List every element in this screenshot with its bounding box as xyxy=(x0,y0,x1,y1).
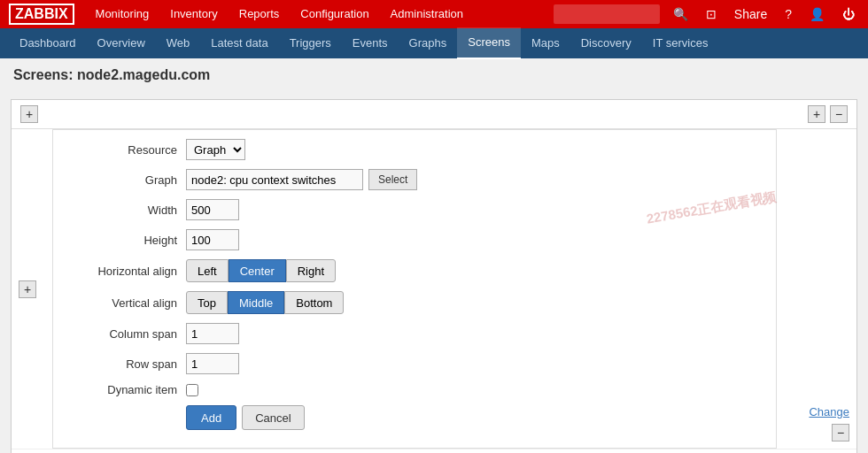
nav-inventory[interactable]: Inventory xyxy=(159,0,228,28)
top-navbar: ZABBIX Monitoring Inventory Reports Conf… xyxy=(0,0,868,28)
nav-reports[interactable]: Reports xyxy=(229,0,291,28)
graph-label: Graph xyxy=(71,173,186,187)
main-content: + + − + Resource Graph xyxy=(0,92,868,453)
action-buttons-row: Add Cancel xyxy=(71,405,758,430)
share-icon[interactable]: ⊡ xyxy=(701,7,721,21)
tab-latest-data[interactable]: Latest data xyxy=(200,28,278,58)
graph-control: Select xyxy=(186,169,417,190)
height-row: Height xyxy=(71,229,758,250)
cancel-button[interactable]: Cancel xyxy=(242,405,304,430)
graph-row: Graph Select xyxy=(71,169,758,190)
search-input[interactable] xyxy=(554,4,660,24)
tab-overview[interactable]: Overview xyxy=(87,28,156,58)
zabbix-logo: ZABBIX xyxy=(9,4,74,25)
power-icon[interactable]: ⏻ xyxy=(838,7,859,21)
valign-bottom-button[interactable]: Bottom xyxy=(284,291,344,314)
share-label[interactable]: Share xyxy=(730,7,771,21)
tab-graphs[interactable]: Graphs xyxy=(399,28,458,58)
add-col-top-center-button[interactable]: + xyxy=(20,105,38,123)
select-button[interactable]: Select xyxy=(368,169,417,190)
form-panel: Resource Graph Graph Select xyxy=(52,129,777,449)
dynamic-row: Dynamic item xyxy=(71,383,758,396)
halign-label: Horizontal align xyxy=(71,265,186,278)
help-icon[interactable]: ? xyxy=(780,7,796,21)
action-buttons: Add Cancel xyxy=(186,405,305,430)
halign-right-button[interactable]: Right xyxy=(286,259,336,282)
page-title: Screens: node2.magedu.com xyxy=(0,58,868,92)
dynamic-control xyxy=(186,384,198,396)
width-row: Width xyxy=(71,199,758,220)
user-icon[interactable]: 👤 xyxy=(805,7,829,21)
resource-label: Resource xyxy=(71,143,186,157)
resource-row: Resource Graph xyxy=(71,139,758,160)
colspan-label: Column span xyxy=(71,327,186,341)
left-col-control: + xyxy=(12,129,43,449)
rowspan-row: Row span xyxy=(71,353,758,374)
remove-row-right-button[interactable]: − xyxy=(832,424,849,441)
rowspan-control xyxy=(186,353,239,374)
halign-center-button[interactable]: Center xyxy=(229,259,286,282)
bottom-row-1: Change Change − xyxy=(12,449,856,453)
halign-row: Horizontal align Left Center Right xyxy=(71,259,758,282)
rowspan-input[interactable] xyxy=(186,353,239,374)
width-input[interactable] xyxy=(186,199,239,220)
width-label: Width xyxy=(71,203,186,217)
screen-table: + + − + Resource Graph xyxy=(11,99,857,453)
resource-select[interactable]: Graph xyxy=(186,139,245,160)
resource-control: Graph xyxy=(186,139,245,160)
dynamic-checkbox[interactable] xyxy=(186,384,198,396)
valign-control: Top Middle Bottom xyxy=(186,291,344,314)
colspan-input[interactable] xyxy=(186,323,239,344)
tab-it-services[interactable]: IT services xyxy=(642,28,719,58)
halign-btn-group: Left Center Right xyxy=(186,259,336,282)
right-col-control: 2278562正在观看视频 Change − xyxy=(786,129,856,449)
height-label: Height xyxy=(71,234,186,247)
nav-administration[interactable]: Administration xyxy=(380,0,474,28)
rowspan-label: Row span xyxy=(71,357,186,371)
top-nav-right: 🔍 ⊡ Share ? 👤 ⏻ xyxy=(554,4,859,24)
valign-row: Vertical align Top Middle Bottom xyxy=(71,291,758,314)
remove-col-top-right-button[interactable]: − xyxy=(830,105,848,123)
tab-web[interactable]: Web xyxy=(156,28,201,58)
tab-maps[interactable]: Maps xyxy=(521,28,570,58)
colspan-row: Column span xyxy=(71,323,758,344)
change-link-right[interactable]: Change xyxy=(809,405,849,418)
dynamic-label: Dynamic item xyxy=(71,383,186,396)
top-nav-items: Monitoring Inventory Reports Configurati… xyxy=(85,0,554,28)
valign-top-button[interactable]: Top xyxy=(186,291,228,314)
tab-triggers[interactable]: Triggers xyxy=(279,28,342,58)
nav-monitoring[interactable]: Monitoring xyxy=(85,0,160,28)
valign-btn-group: Top Middle Bottom xyxy=(186,291,344,314)
add-col-top-right-button[interactable]: + xyxy=(808,105,825,123)
secondary-navbar: Dashboard Overview Web Latest data Trigg… xyxy=(0,28,868,58)
form-row-container: + Resource Graph Graph xyxy=(12,129,856,449)
add-row-left-button[interactable]: + xyxy=(19,280,36,298)
height-control xyxy=(186,229,239,250)
graph-input[interactable] xyxy=(186,169,363,190)
top-control-row: + + − xyxy=(12,100,856,129)
colspan-control xyxy=(186,323,239,344)
nav-configuration[interactable]: Configuration xyxy=(290,0,379,28)
height-input[interactable] xyxy=(186,229,239,250)
tab-discovery[interactable]: Discovery xyxy=(570,28,642,58)
halign-left-button[interactable]: Left xyxy=(186,259,229,282)
search-icon[interactable]: 🔍 xyxy=(669,7,693,21)
valign-label: Vertical align xyxy=(71,296,186,310)
add-button[interactable]: Add xyxy=(186,405,236,430)
tab-screens[interactable]: Screens xyxy=(457,27,521,59)
tab-dashboard[interactable]: Dashboard xyxy=(9,28,87,58)
width-control xyxy=(186,199,239,220)
halign-control: Left Center Right xyxy=(186,259,336,282)
valign-middle-button[interactable]: Middle xyxy=(228,291,284,314)
tab-events[interactable]: Events xyxy=(342,28,399,58)
